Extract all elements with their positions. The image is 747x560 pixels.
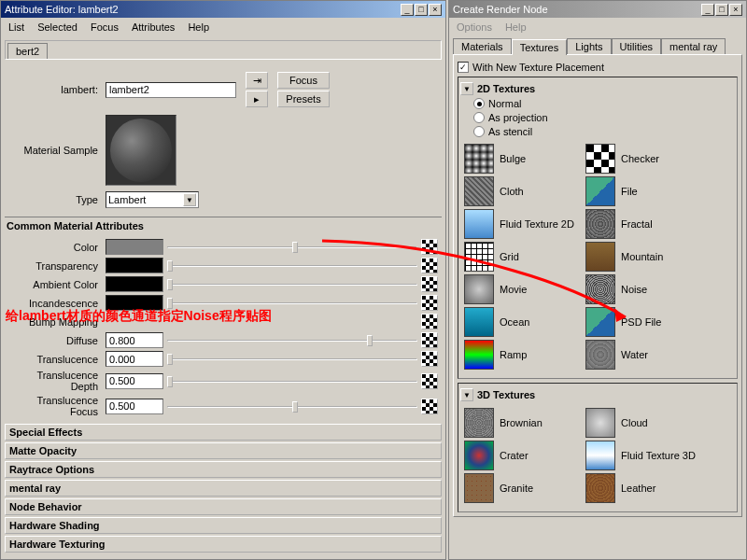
section-special-effects[interactable]: Special Effects [5,424,442,441]
collapse-2d-button[interactable]: ▼ [460,82,473,95]
load-icon-button[interactable]: ⇥ [246,72,268,89]
maximize-button[interactable]: □ [415,4,428,16]
menu-options[interactable]: Options [451,20,498,35]
translucence-slider[interactable] [167,351,417,367]
goto-icon-button[interactable]: ▸ [246,91,268,107]
texture-cloud[interactable]: Cloud [585,408,707,438]
menu-attributes[interactable]: Attributes [126,20,180,35]
bump-map-button[interactable] [421,314,438,329]
texture-bulge[interactable]: Bulge [464,144,585,174]
ambient-swatch[interactable] [106,276,163,292]
maximize-button[interactable]: □ [715,4,728,16]
transparency-map-button[interactable] [421,258,438,273]
texture-file[interactable]: File [585,176,707,206]
texture-brownian[interactable]: Brownian [464,408,585,438]
section-common-attributes[interactable]: Common Material Attributes [5,217,442,234]
menu-focus[interactable]: Focus [85,20,124,35]
menu-help[interactable]: Help [182,20,215,35]
minimize-button[interactable]: _ [401,4,414,16]
ambient-map-button[interactable] [421,276,438,292]
texture-granite[interactable]: Granite [464,473,585,503]
texture-fluid-3d[interactable]: Fluid Texture 3D [585,441,707,470]
radio-normal[interactable] [473,98,485,109]
attr-color-label: Color [8,242,102,253]
focus-button[interactable]: Focus [277,72,330,89]
tab-utilities[interactable]: Utilities [612,38,661,54]
attr-transl-depth-label: Translucence Depth [8,370,102,392]
ambient-slider[interactable] [167,276,417,292]
transl-focus-map-button[interactable] [421,399,438,414]
section-raytrace[interactable]: Raytrace Options [5,461,442,478]
color-swatch[interactable] [106,239,163,255]
color-slider[interactable] [167,239,417,255]
texture-noise[interactable]: Noise [585,274,707,304]
menu-list[interactable]: List [3,20,30,35]
window-title: Attribute Editor: lambert2 [5,4,119,15]
section-matte-opacity[interactable]: Matte Opacity [5,442,442,459]
minimize-button[interactable]: _ [701,4,714,16]
attr-incandescence-label: Incandescence [8,298,102,309]
close-button[interactable]: × [729,4,742,16]
radio-stencil[interactable] [473,126,485,137]
type-dropdown[interactable]: Lambert ▼ [106,191,199,208]
incandescence-map-button[interactable] [421,295,438,311]
tab-materials[interactable]: Materials [453,38,512,54]
with-placement-checkbox[interactable]: ✓ [458,62,469,73]
render-node-titlebar[interactable]: Create Render Node _ □ × [449,1,746,18]
texture-crater[interactable]: Crater [464,441,585,470]
section-3d-textures: 3D Textures [477,389,535,400]
attr-bump-label: Bump Mapping [8,316,102,328]
diffuse-input[interactable] [106,332,163,348]
diffuse-map-button[interactable] [421,332,438,348]
translucence-input[interactable] [106,351,163,367]
transl-depth-slider[interactable] [167,373,417,389]
menu-selected[interactable]: Selected [32,20,83,35]
tab-lambert2[interactable]: bert2 [7,43,48,59]
texture-fractal[interactable]: Fractal [585,209,707,239]
section-mental-ray[interactable]: mental ray [5,480,442,497]
transl-focus-slider[interactable] [167,399,417,414]
textures-2d-grid: Bulge Checker Cloth File Fluid Texture 2… [460,140,735,376]
material-sample-preview [106,115,176,186]
incandescence-swatch[interactable] [106,295,163,311]
transparency-slider[interactable] [167,258,417,273]
texture-psd-file[interactable]: PSD File [585,307,707,337]
translucence-map-button[interactable] [421,351,438,367]
texture-mountain[interactable]: Mountain [585,242,707,272]
tab-lights[interactable]: Lights [567,38,611,54]
texture-grid[interactable]: Grid [464,242,585,272]
render-node-menubar: Options Help [449,18,746,36]
collapse-3d-button[interactable]: ▼ [460,388,473,401]
diffuse-slider[interactable] [167,332,417,348]
transparency-swatch[interactable] [106,258,163,273]
tab-textures[interactable]: Textures [512,39,568,55]
close-button[interactable]: × [429,4,442,16]
attr-ambient-label: Ambient Color [8,279,102,290]
texture-ramp[interactable]: Ramp [464,340,585,370]
section-node-behavior[interactable]: Node Behavior [5,498,442,515]
incandescence-slider[interactable] [167,295,417,311]
texture-fluid-2d[interactable]: Fluid Texture 2D [464,209,585,239]
texture-checker[interactable]: Checker [585,144,707,174]
texture-leather[interactable]: Leather [585,473,707,503]
presets-button[interactable]: Presets [277,91,330,107]
texture-ocean[interactable]: Ocean [464,307,585,337]
texture-movie[interactable]: Movie [464,274,585,304]
transl-focus-input[interactable] [106,399,163,414]
section-hardware-shading[interactable]: Hardware Shading [5,517,442,534]
attribute-editor-window: Attribute Editor: lambert2 _ □ × List Se… [0,0,446,560]
transl-depth-input[interactable] [106,373,163,389]
lambert-name-input[interactable] [106,82,236,98]
type-label: Type [8,194,102,205]
radio-projection[interactable] [473,112,485,123]
menu-help[interactable]: Help [500,20,532,35]
texture-water[interactable]: Water [585,340,707,370]
attr-transl-focus-label: Translucence Focus [8,395,102,417]
attribute-editor-titlebar[interactable]: Attribute Editor: lambert2 _ □ × [1,1,445,18]
section-hardware-texturing[interactable]: Hardware Texturing [5,536,442,553]
transl-depth-map-button[interactable] [421,373,438,389]
texture-cloth[interactable]: Cloth [464,176,585,206]
tab-mental-ray[interactable]: mental ray [661,38,726,54]
attr-translucence-label: Translucence [8,354,102,365]
color-map-button[interactable] [421,239,438,255]
